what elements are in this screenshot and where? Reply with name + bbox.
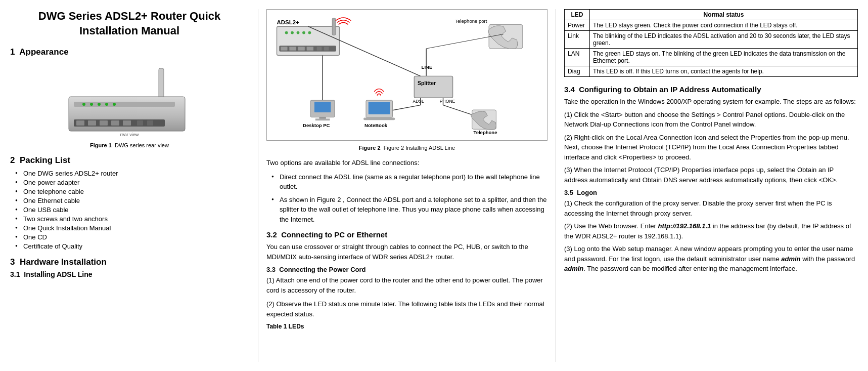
svg-text:PHONE: PHONE — [440, 99, 455, 104]
section-packing-heading: 2 Packing List — [10, 155, 249, 166]
figure2-caption: Figure 2 Figure 2 Installing ADSL Line — [266, 145, 547, 151]
adsl-intro-text: Two options are available for ADSL line … — [266, 158, 547, 168]
table-row: Diag This LED is off. If this LED turns … — [565, 66, 858, 77]
svg-text:NoteBook: NoteBook — [364, 122, 388, 128]
left-column: DWG Series ADSL2+ Router Quick Installat… — [10, 9, 258, 362]
figure1-container: rear view Figure 1 DWG series rear view — [10, 61, 249, 148]
svg-point-4 — [90, 103, 93, 106]
led-name: LAN — [565, 49, 590, 66]
svg-point-3 — [82, 103, 85, 106]
router-svg: rear view — [59, 66, 200, 137]
svg-rect-55 — [363, 117, 395, 120]
led-table: LED Normal status Power The LED stays gr… — [564, 9, 858, 77]
svg-rect-15 — [147, 120, 153, 126]
list-item: One power adapter — [15, 179, 249, 186]
led-name: Link — [565, 31, 590, 49]
svg-text:ADSL: ADSL — [413, 99, 424, 104]
svg-rect-30 — [317, 47, 322, 51]
section-adsl-line-heading: 3.1 Installing ADSL Line — [10, 270, 249, 278]
svg-rect-28 — [298, 47, 304, 51]
power-cord-text2: (2) Observe the LED status one minute la… — [266, 299, 547, 319]
table1-caption: Table 1 LEDs — [266, 323, 547, 330]
table-row: Power The LED stays green. Check the pow… — [565, 20, 858, 31]
svg-rect-2 — [74, 102, 175, 107]
ip-text1: Take the operation in the Windows 2000/X… — [564, 97, 858, 107]
led-table-header-status: Normal status — [590, 10, 858, 20]
svg-rect-29 — [307, 47, 313, 51]
svg-text:Telephone port: Telephone port — [455, 18, 487, 24]
svg-rect-50 — [315, 118, 330, 120]
svg-point-23 — [302, 31, 305, 34]
ip-text4: (3) When the Internet Protocol (TCP/IP) … — [564, 165, 858, 185]
svg-point-7 — [113, 103, 116, 106]
list-item: One Ethernet cable — [15, 197, 249, 204]
led-status: This LED is off. If this LED turns on, c… — [590, 66, 858, 77]
logon-text2: (2) Use the Web browser. Enter http://19… — [564, 221, 858, 241]
svg-rect-13 — [123, 120, 131, 126]
list-item: One telephone cable — [15, 188, 249, 195]
figure1-caption: Figure 1 DWG series rear view — [10, 142, 249, 148]
led-name: Power — [565, 20, 590, 31]
adsl-bullets: Direct connect the ADSL line (same as a … — [271, 172, 547, 225]
svg-text:Telephone: Telephone — [474, 130, 497, 135]
section-hardware-heading: 3 Hardware Installation — [10, 257, 249, 267]
led-status: The blinking of the LED indicates the AD… — [590, 31, 858, 49]
section-connecting-pc-heading: 3.2 Connecting to PC or Ethernet — [266, 230, 547, 239]
logon-text1: (1) Check the configuration of the proxy… — [564, 198, 858, 218]
page: DWG Series ADSL2+ Router Quick Installat… — [0, 0, 868, 371]
svg-rect-27 — [289, 47, 296, 51]
led-table-header-led: LED — [565, 10, 590, 20]
list-item: One Quick Installation Manual — [15, 224, 249, 232]
svg-rect-31 — [324, 47, 329, 51]
section-power-cord-heading: 3.3 Connecting the Power Cord — [266, 266, 547, 273]
connecting-pc-text: You can use crossover or straight throug… — [266, 242, 547, 262]
power-cord-text1: (1) Attach one end of the power cord to … — [266, 275, 547, 295]
svg-point-21 — [291, 31, 294, 34]
svg-rect-14 — [137, 120, 143, 126]
list-item: One DWG series ADSL2+ router — [15, 170, 249, 177]
packing-list: One DWG series ADSL2+ router One power a… — [15, 170, 249, 250]
right-column: LED Normal status Power The LED stays gr… — [556, 9, 858, 362]
svg-text:Desktop PC: Desktop PC — [303, 122, 330, 128]
svg-rect-19 — [332, 18, 336, 35]
svg-point-22 — [297, 31, 300, 34]
svg-point-6 — [105, 103, 108, 106]
ip-text3: (2) Right-click on the Local Area Connec… — [564, 133, 858, 162]
svg-rect-10 — [88, 120, 96, 126]
svg-rect-48 — [314, 102, 331, 112]
list-item: One USB cable — [15, 206, 249, 214]
table-row: LAN The green LED stays on. The blinking… — [565, 49, 858, 66]
list-item: Certificate of Quality — [15, 242, 249, 250]
svg-rect-26 — [281, 47, 287, 51]
section-logon-heading: 3.5 Logon — [564, 189, 858, 196]
svg-text:LINE: LINE — [422, 64, 433, 70]
table-row: Link The blinking of the LED indicates t… — [565, 31, 858, 49]
led-status: The green LED stays on. The blinking of … — [590, 49, 858, 66]
router-image: rear view — [59, 66, 200, 137]
svg-rect-11 — [100, 120, 108, 126]
led-name: Diag — [565, 66, 590, 77]
figure2-container: ADSL2+ — [266, 9, 547, 141]
ip-text2: (1) Click the <Start> button and choose … — [564, 110, 858, 130]
svg-rect-54 — [369, 102, 390, 114]
page-title: DWG Series ADSL2+ Router Quick Installat… — [10, 9, 249, 38]
svg-point-5 — [98, 103, 101, 106]
svg-rect-12 — [111, 120, 119, 126]
list-item: Direct connect the ADSL line (same as a … — [271, 172, 547, 192]
svg-text:Splitter: Splitter — [418, 80, 436, 86]
svg-rect-9 — [76, 120, 84, 126]
section-ip-address-heading: 3.4 Configuring to Obtain an IP Address … — [564, 85, 858, 94]
led-status: The LED stays green. Check the power cor… — [590, 20, 858, 31]
adsl-diagram-svg: ADSL2+ — [272, 15, 542, 135]
svg-text:rear view: rear view — [120, 132, 139, 137]
list-item: Two screws and two anchors — [15, 215, 249, 223]
svg-point-20 — [285, 31, 288, 34]
section-appearance-heading: 1 Appearance — [10, 47, 249, 57]
svg-rect-38 — [414, 76, 452, 98]
list-item: As shown in Figure 2 , Connect the ADSL … — [271, 195, 547, 225]
svg-point-24 — [308, 31, 311, 34]
list-item: One CD — [15, 233, 249, 241]
svg-text:ADSL2+: ADSL2+ — [277, 19, 299, 25]
logon-text3: (3) Log onto the Web setup manager. A ne… — [564, 244, 858, 274]
middle-column: ADSL2+ — [258, 9, 556, 362]
